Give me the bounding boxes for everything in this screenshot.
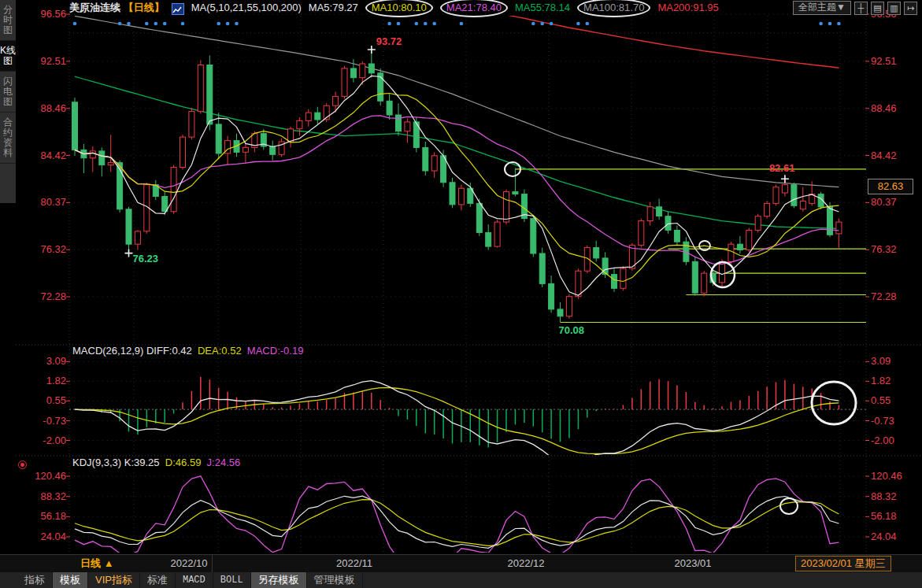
scale-down-icon[interactable]: ▥	[887, 2, 901, 15]
tab-macd[interactable]: MACD	[176, 572, 213, 588]
svg-text:84.42: 84.42	[871, 150, 897, 161]
header-toolbar: 全部主题▼ ┼ ▤ ▥ ↦	[793, 1, 917, 15]
ma100-value: MA100:81.70	[577, 0, 650, 17]
sidebar-item-timeshare[interactable]: 分时图	[0, 0, 16, 41]
sidebar-item-flash[interactable]: 闪电图	[0, 72, 16, 113]
svg-text:-2.00: -2.00	[43, 435, 66, 446]
svg-text:88.32: 88.32	[40, 490, 66, 502]
kdj-j-value: J:24.56	[207, 457, 241, 468]
svg-text:72.28: 72.28	[40, 290, 66, 302]
date-label: 2023/01	[675, 555, 712, 572]
period-label: 日线	[80, 557, 101, 569]
svg-text:24.04: 24.04	[871, 531, 897, 542]
svg-text:72.28: 72.28	[871, 290, 897, 302]
date-axis: 日线 ▲ 2022/10 2022/11 2022/12 2023/01 202…	[0, 554, 922, 572]
macd-diff-value: DIFF:0.42	[146, 345, 192, 357]
ma5-value: MA5:79.27	[309, 0, 358, 16]
alert-dot-icon	[18, 460, 27, 469]
macd-pane-header: MACD(26,12,9) DIFF:0.42 DEA:0.52 MACD:-0…	[72, 345, 303, 357]
tab-vip-indicators[interactable]: VIP指标	[88, 572, 140, 588]
macd-dea-value: DEA:0.52	[198, 345, 242, 357]
sidebar: 分时图 K线图 闪电图 合约资料	[0, 0, 16, 203]
svg-text:88.32: 88.32	[871, 490, 897, 502]
svg-text:76.32: 76.32	[40, 243, 66, 255]
svg-text:-2.00: -2.00	[871, 435, 894, 446]
macd-title: MACD(26,12,9)	[72, 345, 143, 357]
ma-group-label: MA(5,10,21,55,100,200)	[191, 0, 302, 16]
tab-indicators[interactable]: 指标	[17, 572, 53, 588]
svg-text:92.51: 92.51	[871, 55, 897, 67]
svg-text:-0.73: -0.73	[871, 415, 894, 427]
svg-text:0.55: 0.55	[46, 394, 66, 406]
crosshair-icon[interactable]: ┼	[854, 2, 868, 15]
svg-text:88.46: 88.46	[40, 102, 66, 114]
svg-text:0.55: 0.55	[871, 394, 891, 406]
bottom-toolbar: 指标 模板 VIP指标 标准 MACD BOLL 另存模板 管理模板	[0, 572, 922, 588]
date-label: 2022/11	[336, 555, 372, 572]
kdj-title: KDJ(9,3,3)	[72, 457, 121, 468]
tab-standard[interactable]: 标准	[140, 572, 176, 588]
last-price-badge: 82.63	[868, 179, 913, 194]
trading-app-window: 96.5696.5692.5192.5188.4688.4684.4284.42…	[0, 0, 922, 588]
macd-bar-value: MACD:-0.19	[247, 345, 304, 357]
period-tag: 【日线】	[124, 2, 165, 13]
svg-text:1.82: 1.82	[46, 375, 66, 386]
svg-text:76.32: 76.32	[871, 243, 897, 255]
tab-save-template[interactable]: 另存模板	[251, 572, 307, 588]
kline-chart-icon	[172, 3, 184, 15]
period-arrow-icon: ▲	[104, 557, 114, 569]
svg-text:3.09: 3.09	[46, 355, 66, 367]
kdj-d-value: D:46.59	[165, 457, 202, 468]
svg-text:80.37: 80.37	[40, 196, 66, 208]
sidebar-item-contract-info[interactable]: 合约资料	[0, 113, 16, 164]
chart-canvas[interactable]: 96.5696.5692.5192.5188.4688.4684.4284.42…	[0, 0, 922, 588]
svg-text:92.51: 92.51	[40, 55, 66, 67]
svg-text:96.56: 96.56	[40, 8, 66, 20]
ma21-value: MA21:78.40	[440, 0, 508, 17]
svg-text:24.04: 24.04	[40, 531, 66, 542]
pane-exit-icon[interactable]: ↦	[904, 2, 917, 15]
symbol-name: 美原油连续	[69, 2, 120, 13]
svg-text:56.18: 56.18	[40, 510, 66, 522]
svg-text:56.18: 56.18	[871, 510, 897, 522]
scale-up-icon[interactable]: ▤	[871, 2, 884, 15]
ma200-value: MA200:91.95	[657, 0, 718, 16]
svg-text:120.46: 120.46	[35, 470, 66, 482]
svg-text:93.72: 93.72	[376, 35, 402, 47]
chart-header: 美原油连续 【日线】 MA(5,10,21,55,100,200) MA5:79…	[69, 0, 719, 16]
theme-dropdown-button[interactable]: 全部主题▼	[793, 1, 851, 15]
svg-text:80.37: 80.37	[871, 196, 897, 208]
date-label: 2022/12	[508, 555, 545, 572]
ma10-value: MA10:80.10	[365, 0, 433, 17]
tab-manage-template[interactable]: 管理模板	[307, 572, 363, 588]
svg-text:84.42: 84.42	[40, 150, 66, 161]
svg-text:1.82: 1.82	[871, 375, 891, 386]
svg-text:120.46: 120.46	[871, 470, 902, 482]
svg-text:88.46: 88.46	[871, 102, 897, 114]
sidebar-item-kline[interactable]: K线图	[0, 41, 16, 72]
tab-template[interactable]: 模板	[53, 572, 88, 588]
svg-text:76.23: 76.23	[133, 253, 159, 264]
svg-text:82.61: 82.61	[769, 162, 795, 174]
current-date-badge: 2023/02/01 星期三	[795, 556, 891, 571]
svg-text:3.09: 3.09	[871, 355, 891, 367]
ma55-value: MA55:78.14	[515, 0, 570, 16]
svg-text:-0.73: -0.73	[43, 415, 66, 427]
tab-boll[interactable]: BOLL	[213, 572, 251, 588]
svg-text:70.08: 70.08	[559, 324, 585, 336]
kdj-k-value: K:39.25	[124, 457, 160, 468]
date-label: 2022/10	[171, 555, 208, 572]
kdj-pane-header: KDJ(9,3,3) K:39.25 D:46.59 J:24.56	[72, 457, 240, 468]
